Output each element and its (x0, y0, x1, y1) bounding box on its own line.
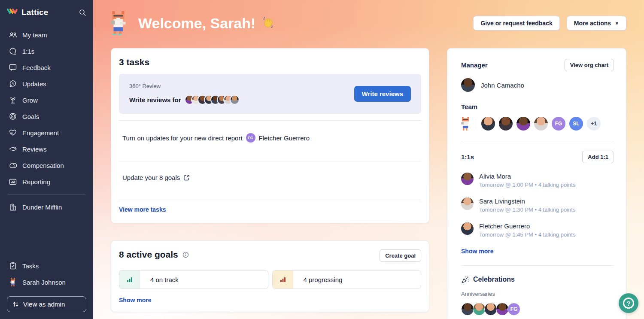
chat-bubble-icon (9, 47, 17, 55)
one-on-one-name: Sara Livingstein (479, 197, 575, 205)
sidebar-item-label: Dunder Mifflin (22, 204, 62, 211)
sidebar-item-updates[interactable]: Updates (7, 76, 86, 92)
people-icon (9, 30, 17, 39)
sidebar-item-label: Reporting (22, 178, 50, 185)
add-1-1-button[interactable]: Add 1:1 (582, 151, 614, 163)
question-mark-icon: ? (623, 298, 634, 309)
sidebar-item-label: Engagement (22, 129, 59, 137)
feedback-box-icon (9, 63, 17, 72)
sidebar-item-label: Grow (22, 97, 38, 104)
progressing-bars-icon (273, 270, 293, 289)
fox-pixel-avatar[interactable] (461, 117, 471, 131)
clock-bubble-icon (9, 79, 17, 88)
sidebar-item-label: Updates (22, 80, 46, 88)
avatar[interactable] (461, 303, 474, 316)
team-overflow-badge[interactable]: +1 (587, 117, 601, 131)
view-as-admin-button[interactable]: View as admin (7, 296, 86, 312)
goal-status-label: 4 on track (150, 276, 179, 283)
goal-status-label: 4 progressing (304, 276, 343, 283)
sidebar-item-label: 1:1s (22, 48, 34, 55)
sidebar-item-reviews[interactable]: Reviews (7, 141, 86, 157)
one-on-one-name: Alivia Mora (479, 173, 575, 180)
one-on-ones-show-more-link[interactable]: Show more (461, 248, 493, 255)
lattice-logo[interactable]: Lattice (7, 8, 49, 17)
review-task-text: Write reviews for (129, 96, 181, 103)
sidebar-item-workspace[interactable]: Dunder Mifflin (7, 199, 86, 215)
avatar (461, 173, 474, 185)
sidebar: Lattice My team 1:1s Feedback Updates Gr… (0, 0, 93, 319)
view-more-tasks-link[interactable]: View more tasks (119, 206, 166, 213)
one-on-one-item[interactable]: Alivia Mora Tomorrow @ 1:00 PM • 4 talki… (461, 173, 614, 188)
goals-show-more-link[interactable]: Show more (119, 297, 151, 304)
sidebar-item-engagement[interactable]: Engagement (7, 125, 86, 141)
give-feedback-button[interactable]: Give or request feedback (473, 16, 559, 30)
updates-task-text: Turn on updates for your new direct repo… (122, 134, 243, 142)
sidebar-item-compensation[interactable]: Compensation (7, 157, 86, 173)
search-icon[interactable] (79, 9, 86, 16)
updates-task-row[interactable]: Turn on updates for your new direct repo… (119, 121, 421, 155)
anniversary-badge-fg[interactable]: FG (507, 303, 520, 316)
help-button[interactable]: ? (619, 293, 638, 313)
sidebar-item-tasks[interactable]: Tasks (7, 258, 86, 274)
welcome-text: Welcome, Sarah! (138, 15, 255, 32)
initials-badge-fg: FG (246, 133, 255, 143)
team-member-avatar[interactable] (481, 117, 495, 131)
create-goal-button[interactable]: Create goal (380, 249, 421, 262)
review-task-row[interactable]: 360° Review Write reviews for (119, 74, 421, 114)
sidebar-item-label: Reviews (22, 146, 47, 153)
one-on-one-name: Fletcher Guerrero (479, 222, 575, 230)
bar-chart-icon (9, 177, 17, 186)
divider (461, 141, 614, 141)
team-member-badge-fg[interactable]: FG (552, 117, 565, 131)
avatar[interactable] (496, 303, 509, 316)
goals-task-text: Update your 8 goals (122, 174, 180, 181)
cycle-icon (9, 145, 17, 153)
view-as-admin-label: View as admin (23, 301, 65, 308)
sidebar-item-label: My team (22, 31, 47, 39)
goal-status-on-track[interactable]: 4 on track (119, 270, 268, 289)
divider (461, 265, 614, 266)
fox-mascot-avatar (111, 11, 127, 35)
sidebar-header: Lattice (7, 8, 86, 17)
avatar[interactable] (473, 303, 486, 316)
on-track-bars-icon (119, 270, 140, 289)
team-member-avatar[interactable] (516, 117, 530, 131)
give-feedback-label: Give or request feedback (480, 20, 552, 27)
team-member-avatar[interactable] (534, 117, 548, 131)
info-icon[interactable] (182, 252, 189, 258)
building-icon (9, 203, 17, 211)
page-title: Welcome, Sarah! (138, 15, 275, 32)
avatar (461, 197, 474, 210)
page-header: Welcome, Sarah! Give or request feedback… (93, 0, 644, 35)
one-on-one-item[interactable]: Sara Livingstein Tomorrow @ 1:30 PM • 4 … (461, 197, 614, 213)
team-member-avatar[interactable] (499, 117, 513, 131)
divider (476, 118, 476, 129)
sidebar-item-feedback[interactable]: Feedback (7, 59, 86, 76)
more-actions-button[interactable]: More actions ▼ (567, 16, 626, 30)
goal-status-progressing[interactable]: 4 progressing (272, 270, 422, 289)
sidebar-item-1-1s[interactable]: 1:1s (7, 43, 86, 59)
sidebar-item-profile[interactable]: Sarah Johnson (7, 274, 86, 290)
team-avatar-row: FG SL +1 (461, 117, 614, 131)
one-on-one-item[interactable]: Fletcher Guerrero Tomorrow @ 1:45 PM • 4… (461, 222, 614, 238)
manager-row[interactable]: John Camacho (461, 78, 614, 92)
sidebar-item-my-team[interactable]: My team (7, 27, 86, 43)
review-category-label: 360° Review (129, 83, 240, 89)
team-member-badge-sl[interactable]: SL (569, 117, 583, 131)
sidebar-item-grow[interactable]: Grow (7, 92, 86, 108)
sidebar-item-reporting[interactable]: Reporting (7, 173, 86, 190)
anniversaries-label: Anniversaries (461, 291, 614, 297)
manager-name: John Camacho (481, 82, 524, 89)
manager-heading: Manager (461, 61, 488, 69)
sidebar-item-goals[interactable]: Goals (7, 108, 86, 125)
sprout-icon (9, 96, 17, 104)
team-panel: Manager View org chart John Camacho Team (447, 48, 626, 319)
goals-card-title: 8 active goals (119, 249, 178, 260)
active-goals-card: 8 active goals Create goal 4 on track (111, 240, 429, 312)
clipboard-check-icon (9, 261, 17, 270)
anniversaries-avatar-row: FG (461, 303, 614, 316)
avatar[interactable] (484, 303, 497, 316)
goals-task-row[interactable]: Update your 8 goals (119, 161, 421, 193)
write-reviews-button[interactable]: Write reviews (354, 86, 411, 102)
view-org-chart-button[interactable]: View org chart (565, 59, 614, 71)
